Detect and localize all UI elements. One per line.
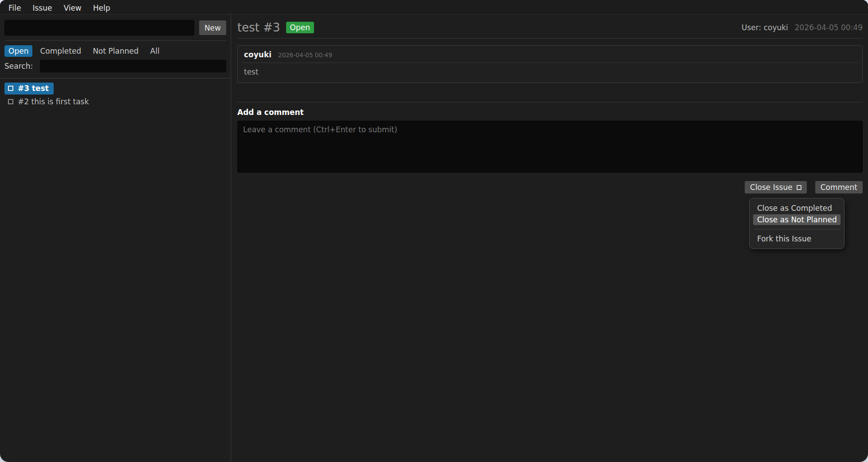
content-split: New Open Completed Not Planned All Searc… — [0, 15, 868, 462]
close-issue-menu: Close as Completed Close as Not Planned … — [749, 198, 844, 249]
menu-file[interactable]: File — [3, 3, 27, 13]
filter-tabs: Open Completed Not Planned All — [4, 45, 226, 57]
issue-header: test #3 Open User: coyuki 2026-04-05 00:… — [237, 18, 863, 34]
comment-card: coyuki 2026-04-05 00:49 test — [237, 45, 863, 83]
close-issue-button[interactable]: Close Issue — [745, 181, 807, 193]
dropdown-indicator-icon — [797, 185, 801, 190]
filter-tab-open[interactable]: Open — [4, 45, 32, 57]
comment-author: coyuki — [244, 50, 271, 59]
menu-divider — [754, 229, 840, 229]
issue-label: #3 test — [18, 84, 49, 93]
menu-item-fork-this-issue[interactable]: Fork this Issue — [753, 233, 841, 245]
comment-card-header: coyuki 2026-04-05 00:49 — [238, 46, 862, 63]
search-row: Search: — [4, 60, 226, 72]
issue-list-item-3[interactable]: #3 test — [4, 83, 54, 95]
comment-button[interactable]: Comment — [815, 181, 863, 193]
close-issue-button-label: Close Issue — [750, 183, 793, 192]
menubar: File Issue View Help — [0, 0, 868, 15]
issue-checkbox[interactable] — [8, 99, 13, 104]
header-timestamp: 2026-04-05 00:49 — [795, 23, 863, 32]
issue-list-item-2[interactable]: #2 this is first task — [4, 96, 94, 108]
search-input[interactable] — [40, 60, 226, 72]
new-issue-button[interactable]: New — [199, 20, 226, 35]
filter-tab-completed[interactable]: Completed — [36, 45, 85, 57]
filter-tab-all[interactable]: All — [146, 45, 164, 57]
comment-body: test — [238, 63, 862, 83]
composer-divider — [237, 102, 863, 103]
sidebar: New Open Completed Not Planned All Searc… — [0, 15, 231, 462]
issue-list: #3 test #2 this is first task — [4, 83, 226, 108]
comment-timestamp: 2026-04-05 00:49 — [278, 51, 332, 59]
comment-textarea[interactable] — [237, 121, 863, 173]
search-label: Search: — [4, 62, 40, 71]
menu-issue[interactable]: Issue — [27, 3, 58, 13]
header-divider — [237, 38, 863, 39]
menu-item-close-as-completed[interactable]: Close as Completed — [753, 202, 841, 214]
issue-label: #2 this is first task — [18, 97, 89, 106]
menu-help[interactable]: Help — [87, 3, 116, 13]
new-issue-row: New — [4, 20, 226, 36]
add-comment-label: Add a comment — [237, 108, 863, 117]
header-meta: User: coyuki 2026-04-05 00:49 — [742, 23, 863, 32]
sidebar-list-divider — [0, 78, 231, 79]
issue-title: test #3 — [237, 21, 280, 34]
issue-checkbox[interactable] — [8, 86, 13, 91]
current-user-label: User: coyuki — [742, 23, 788, 32]
new-issue-input[interactable] — [4, 20, 194, 36]
menu-view[interactable]: View — [58, 3, 87, 13]
filter-tab-not-planned[interactable]: Not Planned — [89, 45, 142, 57]
sidebar-divider — [4, 40, 226, 41]
app-window: File Issue View Help New Open Completed … — [0, 0, 868, 462]
status-badge: Open — [286, 22, 314, 33]
action-buttons-row: Close Issue Comment — [237, 181, 863, 193]
menu-item-close-as-not-planned[interactable]: Close as Not Planned — [753, 214, 841, 225]
issue-detail-pane: test #3 Open User: coyuki 2026-04-05 00:… — [231, 15, 868, 462]
